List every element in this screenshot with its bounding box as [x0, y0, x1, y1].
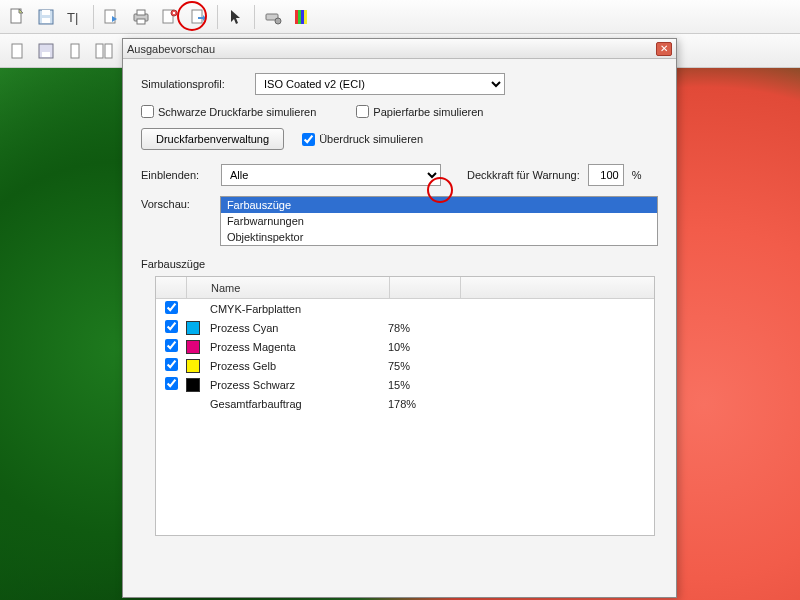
tool-output-preview-icon[interactable] [157, 4, 183, 30]
separation-row[interactable]: CMYK-Farbplatten [156, 299, 654, 318]
tool-page-spread-icon[interactable] [91, 38, 117, 64]
tool-page-icon[interactable] [4, 38, 30, 64]
color-swatch [186, 340, 200, 354]
svg-rect-7 [137, 10, 145, 15]
preview-listbox[interactable]: FarbauszügeFarbwarnungenObjektinspektor [220, 196, 658, 246]
svg-rect-15 [295, 10, 298, 24]
svg-rect-24 [105, 44, 112, 58]
toolbar-separator [93, 5, 94, 29]
opacity-input[interactable] [588, 164, 624, 186]
tool-print-icon[interactable] [128, 4, 154, 30]
separation-row[interactable]: Prozess Gelb75% [156, 356, 654, 375]
separation-percent: 78% [388, 322, 458, 334]
separation-checkbox[interactable] [165, 358, 178, 371]
preview-item[interactable]: Objektinspektor [221, 229, 657, 245]
svg-rect-17 [301, 10, 304, 24]
opacity-unit: % [632, 169, 642, 181]
opacity-label: Deckkraft für Warnung: [467, 169, 580, 181]
separation-name: Gesamtfarbauftrag [208, 398, 388, 410]
separation-percent: 15% [388, 379, 458, 391]
separation-checkbox[interactable] [165, 339, 178, 352]
separation-name: Prozess Cyan [208, 322, 388, 334]
tool-save-icon[interactable] [33, 4, 59, 30]
svg-rect-8 [137, 19, 145, 24]
output-preview-dialog: Ausgabevorschau ✕ Simulationsprofil: ISO… [122, 38, 677, 598]
sim-paper-checkbox[interactable]: Papierfarbe simulieren [356, 105, 483, 118]
svg-rect-3 [42, 18, 50, 23]
separation-name: Prozess Gelb [208, 360, 388, 372]
tool-page-single-icon[interactable] [62, 38, 88, 64]
svg-rect-21 [42, 52, 50, 57]
dialog-titlebar: Ausgabevorschau ✕ [123, 39, 676, 59]
close-button[interactable]: ✕ [656, 42, 672, 56]
tool-print-settings-icon[interactable] [260, 4, 286, 30]
sim-profile-select[interactable]: ISO Coated v2 (ECI) [255, 73, 505, 95]
separation-name: CMYK-Farbplatten [208, 303, 388, 315]
svg-rect-12 [192, 10, 202, 23]
tool-cursor-icon[interactable] [223, 4, 249, 30]
sim-profile-label: Simulationsprofil: [141, 78, 247, 90]
color-swatch [186, 378, 200, 392]
separation-row[interactable]: Prozess Magenta10% [156, 337, 654, 356]
svg-rect-19 [12, 44, 22, 58]
preview-item[interactable]: Farbauszüge [221, 197, 657, 213]
toolbar-primary: T| [0, 0, 800, 34]
svg-rect-18 [304, 10, 307, 24]
separations-header: Name [156, 277, 654, 299]
separations-table: Name CMYK-FarbplattenProzess Cyan78%Proz… [155, 276, 655, 536]
separation-checkbox[interactable] [165, 377, 178, 390]
preview-item[interactable]: Farbwarnungen [221, 213, 657, 229]
separation-checkbox[interactable] [165, 320, 178, 333]
separation-name: Prozess Schwarz [208, 379, 388, 391]
svg-rect-11 [173, 12, 175, 14]
tool-new-page-icon[interactable] [4, 4, 30, 30]
tool-save-2-icon[interactable] [33, 38, 59, 64]
tool-doc-arrow-icon[interactable] [186, 4, 212, 30]
svg-text:T|: T| [67, 10, 78, 25]
sim-black-ink-checkbox[interactable]: Schwarze Druckfarbe simulieren [141, 105, 316, 118]
show-select[interactable]: Alle [221, 164, 441, 186]
tool-color-bars-icon[interactable] [289, 4, 315, 30]
color-swatch [186, 359, 200, 373]
svg-point-14 [275, 18, 281, 24]
separation-row[interactable]: Gesamtfarbauftrag178% [156, 394, 654, 413]
separation-percent: 75% [388, 360, 458, 372]
svg-rect-16 [298, 10, 301, 24]
separations-group-label: Farbauszüge [141, 258, 658, 270]
separation-row[interactable]: Prozess Schwarz15% [156, 375, 654, 394]
tool-export-icon[interactable] [99, 4, 125, 30]
separation-checkbox[interactable] [165, 301, 178, 314]
separation-percent: 10% [388, 341, 458, 353]
separation-name: Prozess Magenta [208, 341, 388, 353]
svg-rect-22 [71, 44, 79, 58]
dialog-title: Ausgabevorschau [127, 43, 656, 55]
show-label: Einblenden: [141, 169, 213, 181]
color-swatch [186, 321, 200, 335]
ink-manager-button[interactable]: Druckfarbenverwaltung [141, 128, 284, 150]
preview-label: Vorschau: [141, 196, 212, 210]
svg-rect-23 [96, 44, 103, 58]
separation-percent: 178% [388, 398, 458, 410]
sim-overprint-checkbox[interactable]: Überdruck simulieren [302, 133, 423, 146]
tool-text-icon[interactable]: T| [62, 4, 88, 30]
svg-rect-2 [42, 10, 50, 15]
header-name: Name [209, 282, 389, 294]
toolbar-separator [254, 5, 255, 29]
toolbar-separator [217, 5, 218, 29]
separation-row[interactable]: Prozess Cyan78% [156, 318, 654, 337]
